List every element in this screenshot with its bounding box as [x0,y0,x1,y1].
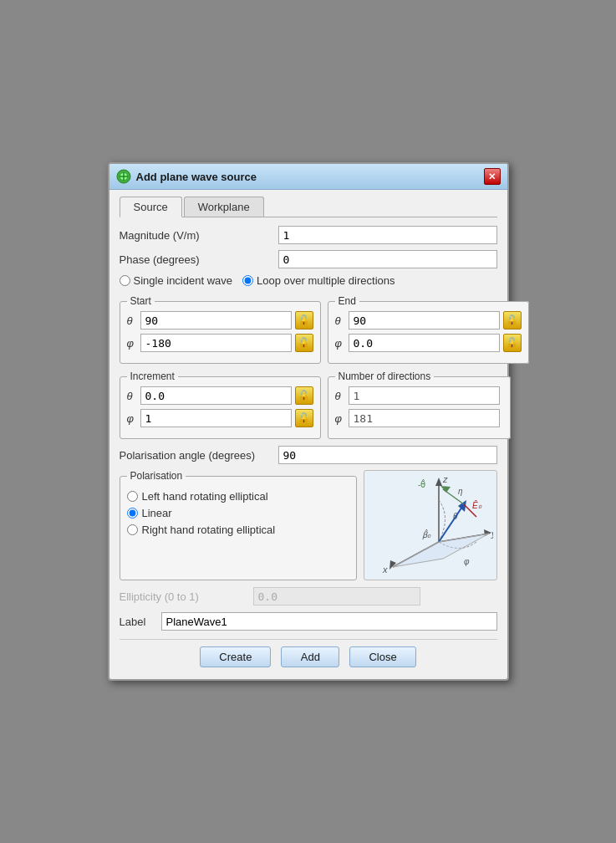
num-phi-row: φ [335,409,503,427]
increment-theta-row: θ 🔓 [127,386,313,405]
num-directions-group: Number of directions θ φ [328,370,511,439]
svg-text:z: z [442,474,448,484]
magnitude-label: Magnitude (V/m) [120,229,278,242]
svg-marker-16 [440,486,451,493]
end-phi-input[interactable] [349,334,500,352]
tab-source[interactable]: Source [120,197,182,217]
pol-right-label: Right hand rotating elliptical [142,524,276,536]
pol-linear-option[interactable]: Linear [127,507,349,519]
increment-numdirections-groups: Increment θ 🔓 φ 🔓 Number of directions θ [120,370,497,439]
increment-phi-row: φ 🔓 [127,409,313,427]
pol-linear-label: Linear [142,507,172,519]
label-input[interactable] [161,612,497,631]
increment-theta-input[interactable] [140,386,292,405]
pol-left-radio[interactable] [127,491,138,502]
start-phi-row: φ 🔓 [127,334,313,352]
pol-left-label: Left hand rotating elliptical [142,490,268,503]
radio-single-option[interactable]: Single incident wave [120,274,233,287]
app-icon [116,169,131,184]
close-button[interactable]: Close [349,646,415,667]
polarisation-area: Polarisation Left hand rotating elliptic… [120,470,497,580]
polarisation-angle-row: Polarisation angle (degrees) [120,446,497,464]
increment-phi-lock[interactable]: 🔓 [295,409,313,427]
polarisation-group: Polarisation Left hand rotating elliptic… [120,470,357,580]
phase-label: Phase (degrees) [120,253,278,266]
pol-left-option[interactable]: Left hand rotating elliptical [127,490,349,503]
increment-group: Increment θ 🔓 φ 🔓 [120,370,321,439]
start-phi-input[interactable] [140,334,292,352]
polarisation-angle-label: Polarisation angle (degrees) [120,449,278,462]
dialog-window: Add plane wave source ✕ Source Workplane… [108,162,509,681]
start-theta-input[interactable] [140,311,292,330]
start-phi-label: φ [127,337,140,350]
svg-line-13 [439,504,464,542]
svg-text:y: y [491,529,493,539]
title-bar: Add plane wave source ✕ [109,164,507,190]
start-phi-lock[interactable]: 🔓 [295,334,313,352]
ellipticity-input [253,587,420,605]
num-theta-row: θ [335,386,503,405]
radio-single[interactable] [120,275,130,286]
num-directions-label: Number of directions [335,370,435,382]
start-theta-lock[interactable]: 🔓 [295,311,313,330]
magnitude-row: Magnitude (V/m) [120,226,497,244]
magnitude-input[interactable] [278,226,497,244]
create-button[interactable]: Create [200,646,271,667]
svg-text:φ: φ [464,557,470,566]
end-phi-label: φ [335,337,349,350]
num-theta-input [349,386,500,405]
pol-right-option[interactable]: Right hand rotating elliptical [127,524,349,536]
num-phi-input [349,409,500,427]
diagram-svg: z y x φ θ [368,471,493,580]
start-theta-row: θ 🔓 [127,311,313,330]
increment-group-label: Increment [127,370,178,382]
end-phi-row: φ 🔓 [335,334,522,352]
num-phi-label: φ [335,412,349,425]
increment-phi-label: φ [127,412,140,425]
svg-text:Ê₀: Ê₀ [472,500,482,510]
svg-text:-θ̂: -θ̂ [418,479,425,489]
increment-theta-label: θ [127,390,140,402]
title-bar-left: Add plane wave source [116,169,257,184]
end-theta-label: θ [335,314,349,327]
phase-row: Phase (degrees) [120,250,497,268]
end-theta-row: θ 🔓 [335,311,522,330]
radio-loop-label: Loop over multiple directions [257,274,395,287]
radio-loop-option[interactable]: Loop over multiple directions [242,274,395,287]
start-group-label: Start [127,295,155,307]
start-theta-label: θ [127,314,140,327]
close-window-button[interactable]: ✕ [484,168,501,185]
polarisation-angle-input[interactable] [278,446,497,464]
num-theta-label: θ [335,390,349,402]
label-label: Label [120,616,161,628]
button-bar: Create Add Close [120,639,497,671]
increment-phi-input[interactable] [140,409,292,427]
start-end-groups: Start θ 🔓 φ 🔓 End θ 🔓 [120,295,497,364]
svg-text:x: x [382,565,388,575]
polarisation-group-label: Polarisation [127,470,186,482]
end-group-label: End [335,295,359,307]
end-group: End θ 🔓 φ 🔓 [328,295,529,364]
add-button[interactable]: Add [281,646,339,667]
dialog-content: Source Workplane Magnitude (V/m) Phase (… [109,190,507,679]
label-row: Label [120,612,497,631]
end-phi-lock[interactable]: 🔓 [503,334,522,352]
tab-workplane[interactable]: Workplane [184,197,264,217]
start-group: Start θ 🔓 φ 🔓 [120,295,321,364]
end-theta-input[interactable] [349,311,500,330]
pol-right-radio[interactable] [127,524,138,535]
polarisation-diagram: z y x φ θ [364,470,497,580]
wave-mode-row: Single incident wave Loop over multiple … [120,274,497,287]
polarisation-options: Left hand rotating elliptical Linear Rig… [127,490,349,536]
increment-theta-lock[interactable]: 🔓 [295,386,313,405]
tab-bar: Source Workplane [120,197,497,217]
ellipticity-label: Ellipticity (0 to 1) [120,590,253,603]
phase-input[interactable] [278,250,497,268]
radio-single-label: Single incident wave [134,274,233,287]
window-title: Add plane wave source [136,171,257,183]
svg-marker-3 [435,478,442,486]
svg-text:β̂₀: β̂₀ [422,529,431,540]
radio-loop[interactable] [242,275,253,286]
pol-linear-radio[interactable] [127,508,138,519]
end-theta-lock[interactable]: 🔓 [503,311,522,330]
